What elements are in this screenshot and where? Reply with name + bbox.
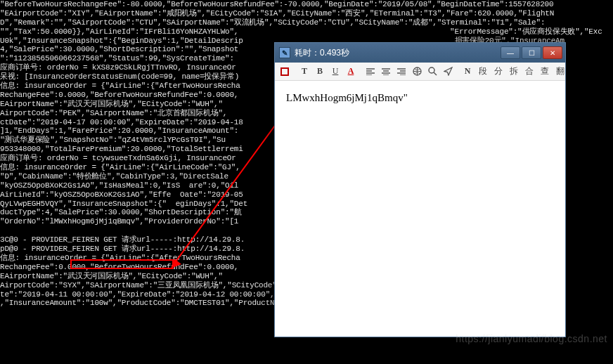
toolbar: T B U A N 段 分 拆 合 查 翻 (275, 63, 565, 81)
split-button[interactable]: 分 (491, 65, 505, 79)
terminal-line: "BeforeTwoHoursRechangeFee":-80.0000,"Be… (0, 0, 613, 9)
editor-content: LMwxhHogm6jMj1qBmqv" (286, 92, 408, 103)
window-title: 耗时：0.493秒 (295, 47, 501, 59)
search-button[interactable] (425, 65, 439, 79)
align-right-button[interactable] (394, 65, 408, 79)
close-button[interactable]: ✕ (543, 46, 562, 59)
maximize-button[interactable]: ☐ (522, 46, 541, 59)
find-button[interactable]: 查 (538, 65, 552, 79)
terminal-line: "","Tax":50.0000}},"AirLineId":"IFrBli16… (0, 27, 613, 37)
translate-button[interactable]: 翻 (553, 65, 567, 79)
minimize-button[interactable]: — (501, 46, 520, 59)
align-center-button[interactable] (379, 65, 393, 79)
globe-icon (413, 67, 422, 76)
terminal-line: "EAirportCode":"XIY","EAirportName":"咸阳机… (0, 9, 613, 18)
format-button[interactable]: T (297, 65, 311, 79)
app-icon: ✎ (279, 47, 290, 58)
merge-button[interactable]: 合 (522, 65, 536, 79)
disassemble-button[interactable]: 拆 (507, 65, 521, 79)
editor-window: ✎ 耗时：0.493秒 — ☐ ✕ T B U A (274, 42, 566, 337)
send-icon (444, 67, 453, 76)
align-left-icon (366, 68, 375, 75)
editor-textarea[interactable]: LMwxhHogm6jMj1qBmqv" (275, 81, 565, 337)
align-left-button[interactable] (363, 65, 378, 79)
bold-button[interactable]: B (313, 65, 327, 79)
align-center-icon (382, 68, 390, 75)
svg-point-3 (429, 67, 434, 73)
send-button[interactable] (441, 65, 455, 79)
underline-button[interactable]: U (328, 65, 342, 79)
segment-button[interactable]: 段 (476, 65, 490, 79)
globe-button[interactable] (410, 65, 424, 79)
stop-button[interactable] (278, 65, 292, 79)
terminal-line: D","Remark":"","SAirportCode":"CTU","SAi… (0, 18, 613, 27)
titlebar[interactable]: ✎ 耗时：0.493秒 — ☐ ✕ (275, 43, 565, 63)
align-right-icon (397, 68, 406, 75)
svg-line-4 (434, 72, 437, 75)
search-icon (428, 67, 437, 76)
font-color-button[interactable]: A (344, 65, 358, 79)
stop-icon (280, 67, 289, 76)
nav-button[interactable]: N (460, 65, 475, 79)
